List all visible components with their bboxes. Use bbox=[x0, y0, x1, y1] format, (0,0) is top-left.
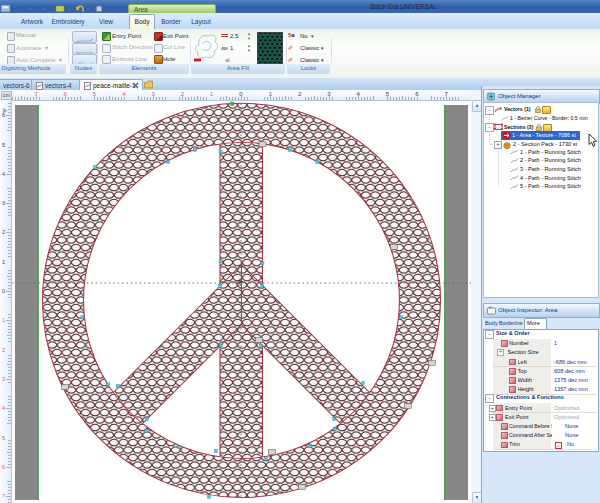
svg-text:5: 5 bbox=[2, 142, 5, 148]
svg-text:2: 2 bbox=[2, 347, 5, 353]
svg-text:2: 2 bbox=[2, 229, 5, 235]
svg-text:7: 7 bbox=[2, 493, 5, 499]
svg-text:5: 5 bbox=[2, 435, 5, 441]
svg-text:0: 0 bbox=[2, 288, 5, 294]
svg-text:3: 3 bbox=[2, 376, 5, 382]
svg-text:1: 1 bbox=[2, 259, 5, 265]
svg-text:4: 4 bbox=[2, 405, 5, 411]
svg-text:6: 6 bbox=[2, 464, 5, 470]
svg-text:3: 3 bbox=[2, 200, 5, 206]
svg-text:4: 4 bbox=[2, 171, 5, 177]
svg-text:1: 1 bbox=[2, 317, 5, 323]
